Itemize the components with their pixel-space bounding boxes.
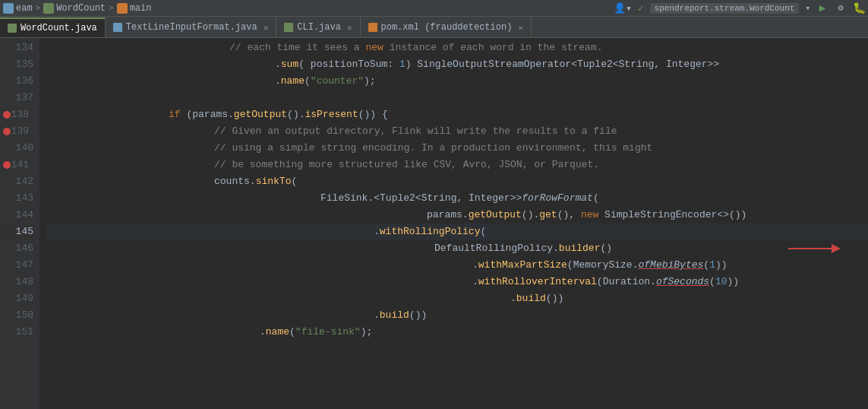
- code-line-143: FileSink.<Tuple2<String, Integer>>forRow…: [47, 190, 868, 207]
- tab-wordcount[interactable]: WordCount.java: [0, 17, 106, 37]
- code-line-145: .withRollingPolicy(: [47, 224, 868, 240]
- code-line-151: .name("file-sink");: [47, 324, 868, 341]
- line-num-147: 147: [0, 257, 33, 274]
- code-line-138: if (params.getOutput().isPresent()) {: [47, 106, 868, 123]
- line-num-141: 141: [0, 157, 33, 173]
- line-num-142: 142: [0, 173, 33, 190]
- code-line-140: // using a simple string encoding. In a …: [47, 140, 868, 157]
- run-button[interactable]: ▶: [816, 2, 829, 14]
- code-line-149: .build()): [47, 290, 868, 307]
- breadcrumb-team[interactable]: eam: [3, 3, 33, 14]
- tab-label-cli: CLI.java: [297, 22, 341, 33]
- dropdown-icon[interactable]: ▾: [805, 3, 810, 13]
- tab-close-cli[interactable]: ✕: [347, 23, 352, 33]
- breadcrumb-sep-1: >: [36, 4, 41, 13]
- line-num-151: 151: [0, 324, 33, 341]
- line-num-140: 140: [0, 140, 33, 157]
- line-num-149: 149: [0, 290, 33, 307]
- tab-textlineinputformat[interactable]: TextLineInputFormat.java ✕: [106, 17, 276, 37]
- tab-label-textline: TextLineInputFormat.java: [126, 22, 257, 33]
- line-num-138: 138: [0, 106, 33, 123]
- line-num-145: 145: [0, 224, 33, 240]
- top-bar: eam > WordCount > main 👤▾ ✓ spendreport.…: [0, 0, 868, 17]
- tab-close-pom[interactable]: ✕: [518, 23, 523, 33]
- vcs-icon[interactable]: ✓: [638, 2, 644, 14]
- breadcrumb-main[interactable]: main: [117, 3, 152, 14]
- code-line-144: params.getOutput().get(), new SimpleStri…: [47, 207, 868, 224]
- line-num-137: 137: [0, 90, 33, 106]
- main-icon: [117, 3, 128, 14]
- code-line-148: .withRolloverInterval(Duration.ofSeconds…: [47, 274, 868, 290]
- line-num-136: 136: [0, 73, 33, 90]
- editor: 134 135 136 137 138 139 140 141 142 143 …: [0, 38, 868, 409]
- line-num-139: 139: [0, 123, 33, 140]
- code-line-139: // Given an output directory, Flink will…: [47, 123, 868, 140]
- tab-label-wordcount: WordCount.java: [21, 23, 97, 33]
- tab-cli[interactable]: CLI.java ✕: [276, 17, 360, 37]
- line-numbers: 134 135 136 137 138 139 140 141 142 143 …: [0, 38, 39, 409]
- wordcount-icon: [43, 3, 54, 14]
- line-num-146: 146: [0, 240, 33, 257]
- line-num-148: 148: [0, 274, 33, 290]
- tab-pom[interactable]: pom.xml (frauddetection) ✕: [361, 17, 532, 37]
- line-num-134: 134: [0, 40, 33, 56]
- team-icon: [3, 3, 14, 14]
- code-line-146: DefaultRollingPolicy.builder(): [47, 240, 868, 257]
- breadcrumb-team-label: eam: [16, 3, 33, 14]
- person-icon[interactable]: 👤▾: [614, 2, 632, 14]
- tab-label-pom: pom.xml (frauddetection): [381, 22, 513, 33]
- settings-icon[interactable]: ⚙: [835, 2, 847, 14]
- tab-bar: WordCount.java TextLineInputFormat.java …: [0, 17, 868, 38]
- line-num-135: 135: [0, 56, 33, 73]
- code-line-141: // be something more structured like CSV…: [47, 157, 868, 173]
- code-line-136: .name("counter");: [47, 73, 868, 90]
- tab-close-textline[interactable]: ✕: [264, 23, 269, 33]
- debug-button[interactable]: 🐛: [853, 2, 865, 14]
- line-num-150: 150: [0, 307, 33, 324]
- code-line-134: // each time it sees a new instance of e…: [47, 40, 868, 56]
- run-config-label[interactable]: spendreport.stream.WordCount: [650, 3, 800, 14]
- line-num-143: 143: [0, 190, 33, 207]
- breadcrumb-main-label: main: [130, 3, 152, 14]
- line-num-144: 144: [0, 207, 33, 224]
- tab-icon-wordcount: [8, 24, 17, 33]
- tab-icon-pom: [368, 23, 377, 32]
- breadcrumb-sep-2: >: [109, 4, 114, 13]
- code-line-150: .build()): [47, 307, 868, 324]
- code-line-142: counts.sinkTo(: [47, 173, 868, 190]
- breadcrumb-wordcount-label: WordCount: [56, 3, 106, 14]
- tab-icon-cli: [284, 23, 293, 32]
- code-editor[interactable]: // each time it sees a new instance of e…: [39, 38, 868, 409]
- tab-icon-textline: [113, 23, 122, 32]
- breadcrumb: eam > WordCount > main: [3, 3, 151, 14]
- code-line-135: .sum( positionToSum: 1) SingleOutputStre…: [47, 56, 868, 73]
- arrow-annotation: [784, 242, 845, 255]
- code-line-147: .withMaxPartSize(MemorySize.ofMebiBytes(…: [47, 257, 868, 274]
- top-bar-right: 👤▾ ✓ spendreport.stream.WordCount ▾ ▶ ⚙ …: [614, 2, 865, 14]
- breadcrumb-wordcount[interactable]: WordCount: [43, 3, 106, 14]
- code-line-137: [47, 90, 868, 106]
